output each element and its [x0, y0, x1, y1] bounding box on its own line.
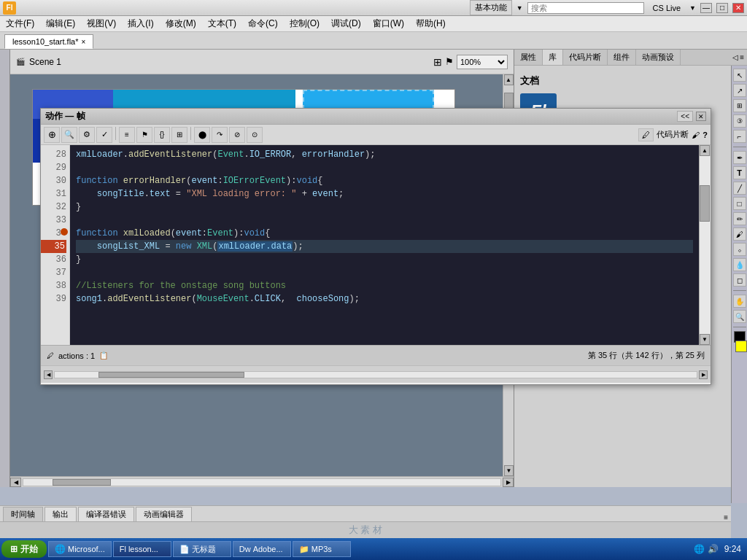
grid-icon[interactable]: ⊞: [433, 56, 442, 68]
code-scroll-y[interactable]: ▲ ▼: [699, 145, 711, 345]
collapse-btn[interactable]: {}: [154, 127, 170, 143]
code-line-32: }: [76, 201, 693, 214]
search-script-btn[interactable]: 🔍: [61, 127, 77, 143]
close-button[interactable]: ✕: [732, 3, 744, 13]
menu-view[interactable]: 视图(V): [81, 16, 122, 31]
taskbar-item-flash[interactable]: Fl lesson...: [113, 541, 171, 557]
tab-animation-presets[interactable]: 动画预设: [636, 50, 681, 65]
breakpoint-btn[interactable]: ⬤: [194, 127, 210, 143]
fill-color[interactable]: [735, 341, 747, 352]
code-scroll-x[interactable]: ◀ ▶: [44, 370, 708, 379]
actions-expand-btn[interactable]: <<: [677, 111, 693, 122]
magnet-icon[interactable]: ⚑: [445, 56, 454, 67]
lasso-tool[interactable]: ⌐: [733, 130, 746, 143]
line-tool[interactable]: ╱: [733, 182, 746, 195]
menu-edit[interactable]: 编辑(E): [40, 16, 81, 31]
tab-motion-editor[interactable]: 动画编辑器: [136, 507, 192, 521]
actions-file-icon: 🖊: [47, 351, 54, 359]
hand-tool[interactable]: ✋: [733, 295, 746, 308]
text-tool[interactable]: T: [733, 166, 746, 179]
menu-help[interactable]: 帮助(H): [410, 16, 452, 31]
panel-options-btn[interactable]: ≡: [740, 53, 744, 61]
zoom-tool[interactable]: 🔍: [733, 310, 746, 323]
format-btn[interactable]: ⚙: [79, 127, 95, 143]
actions-toolbar: ⊕ 🔍 ⚙ ✓ ≡ ⚑ {} ⊞ ⬤ ↷ ⊘ ⊙ 🖊 代码片断 🖌 ?: [41, 125, 711, 145]
dropdown-icon-2[interactable]: ▼: [689, 4, 696, 12]
position-label: 第 35 行（共 142 行），第 25 列: [588, 350, 705, 361]
zoom-select[interactable]: 100% 75% 50% 150% 200%: [457, 55, 508, 69]
code-snippets-btn[interactable]: 🖊: [638, 128, 654, 141]
start-button[interactable]: ⊞ 开始: [1, 540, 47, 558]
paint-bucket-tool[interactable]: ⬦: [733, 243, 746, 256]
expand-all-btn[interactable]: ⊞: [171, 127, 187, 143]
free-transform-tool[interactable]: ⊞: [733, 99, 746, 112]
tab-properties[interactable]: 属性: [514, 50, 543, 65]
tab-output[interactable]: 输出: [44, 507, 77, 521]
canvas-scroll-x[interactable]: ◀ ▶: [10, 476, 514, 487]
code-snippets-label[interactable]: 代码片断: [657, 129, 689, 140]
minimize-button[interactable]: —: [700, 3, 712, 13]
menu-file[interactable]: 文件(F): [0, 16, 40, 31]
tab-timeline[interactable]: 时间轴: [3, 507, 43, 521]
file-tab[interactable]: lesson10_start.fla* ×: [4, 34, 93, 49]
check-syntax-btn[interactable]: ✓: [96, 127, 112, 143]
tab-bar: lesson10_start.fla* ×: [0, 32, 747, 50]
remove-break-btn[interactable]: ⊘: [229, 127, 245, 143]
dw-icon: Dw: [239, 545, 251, 553]
code-editor[interactable]: xmlLoader.addEventListener(Event.IO_ERRO…: [70, 145, 699, 345]
notepad-icon: 📄: [179, 545, 190, 554]
search-input[interactable]: [527, 2, 644, 14]
taskbar-system-tray: 🌐 🔊 9:24: [694, 544, 746, 554]
tab-library[interactable]: 库: [543, 50, 563, 65]
menu-command[interactable]: 命令(C): [242, 16, 284, 31]
menu-modify[interactable]: 修改(M): [160, 16, 202, 31]
menu-insert[interactable]: 插入(I): [122, 16, 159, 31]
eraser-tool[interactable]: ◻: [733, 273, 746, 287]
menu-text[interactable]: 文本(T): [202, 16, 242, 31]
code-line-34: function xmlLoaded(event:Event):void{: [76, 227, 693, 240]
taskbar-item-mp3s[interactable]: 📁 MP3s: [293, 541, 351, 557]
taskbar-item-dw[interactable]: Dw Adobe...: [233, 541, 291, 557]
bottom-panel-options[interactable]: ≡: [724, 513, 728, 521]
canvas-toolbar: 🎬 Scene 1 ⊞ ⚑ 100% 75% 50% 150% 200%: [10, 50, 514, 74]
panel-collapse-btn[interactable]: ◁: [732, 53, 738, 61]
maximize-button[interactable]: □: [716, 3, 728, 13]
menu-window[interactable]: 窗口(W): [367, 16, 410, 31]
code-editor-area: 28 29 30 31 32 33 34 35 36 37 38 39 xmlL…: [41, 145, 711, 345]
dropdown-icon[interactable]: ▼: [516, 4, 523, 12]
clock: 9:24: [724, 544, 741, 554]
watermark-text: 大 素 材: [349, 524, 382, 537]
brush-icon-btn[interactable]: 🖌: [692, 131, 700, 139]
cs-live-label[interactable]: CS Live: [649, 2, 686, 14]
code-line-39: song1.addEventListener(MouseEvent.CLICK,…: [76, 292, 693, 306]
basic-func-label[interactable]: 基本功能: [470, 0, 512, 15]
import-script-btn[interactable]: ⊙: [247, 127, 263, 143]
3d-tool[interactable]: ③: [733, 114, 746, 128]
auto-format-btn[interactable]: ≡: [119, 127, 135, 143]
right-tools-panel: ↖ ↗ ⊞ ③ ⌐ ✒ T ╱ □ ✏ 🖌 ⬦ 💧 ◻ ✋ 🔍: [731, 66, 747, 503]
brush-tool[interactable]: 🖌: [733, 228, 746, 241]
tab-close-button[interactable]: ×: [82, 38, 86, 46]
arrow-tool[interactable]: ↖: [733, 69, 746, 82]
step-over-btn[interactable]: ↷: [212, 127, 228, 143]
tab-code-snippets[interactable]: 代码片断: [563, 50, 608, 65]
actions-panel-titlebar[interactable]: 动作 — 帧 << ✕: [41, 109, 711, 125]
tab-components[interactable]: 组件: [608, 50, 636, 65]
eyedropper-tool[interactable]: 💧: [733, 258, 746, 271]
taskbar-item-notepad[interactable]: 📄 无标题: [173, 541, 231, 557]
help-btn[interactable]: ?: [703, 131, 708, 139]
actions-panel-title: 动作 — 帧: [45, 110, 85, 122]
actions-status-icon2: 📋: [99, 351, 108, 359]
add-script-btn[interactable]: ⊕: [44, 127, 60, 143]
taskbar-item-ie[interactable]: 🌐 Microsof...: [48, 541, 112, 557]
tab-compiler-errors[interactable]: 编译器错误: [78, 507, 134, 521]
menu-debug[interactable]: 调试(D): [325, 16, 367, 31]
pencil-tool[interactable]: ✏: [733, 212, 746, 225]
actions-close-button[interactable]: ✕: [696, 112, 706, 121]
menu-control[interactable]: 控制(O): [284, 16, 325, 31]
subselect-tool[interactable]: ↗: [733, 84, 746, 97]
actions-panel: 动作 — 帧 << ✕ ⊕ 🔍 ⚙ ✓ ≡ ⚑ {} ⊞ ⬤ ↷ ⊘ ⊙ 🖊 代…: [40, 108, 711, 385]
pen-tool[interactable]: ✒: [733, 151, 746, 164]
rect-tool[interactable]: □: [733, 197, 746, 210]
debug-btn[interactable]: ⚑: [136, 127, 152, 143]
